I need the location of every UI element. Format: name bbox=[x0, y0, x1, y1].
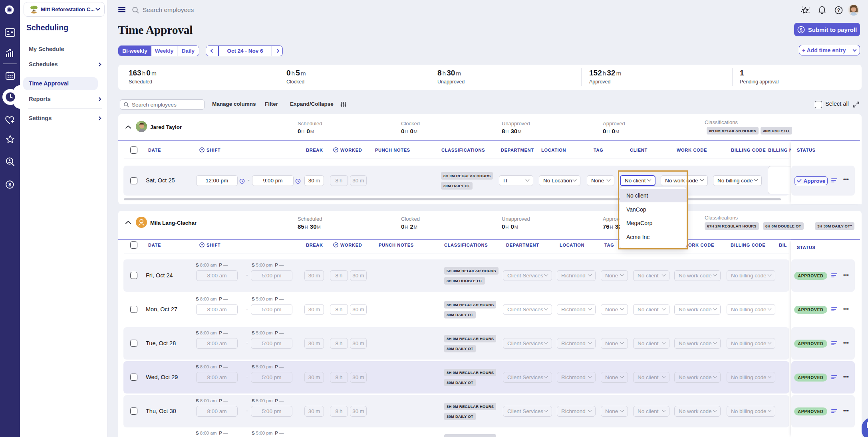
svg-text:$: $ bbox=[8, 182, 11, 188]
svg-text:?: ? bbox=[335, 148, 337, 152]
svg-text:$: $ bbox=[800, 27, 802, 32]
svg-text:?: ? bbox=[335, 243, 337, 247]
svg-text:?: ? bbox=[837, 8, 840, 13]
svg-text:?: ? bbox=[201, 243, 203, 247]
svg-text:?: ? bbox=[201, 148, 203, 152]
